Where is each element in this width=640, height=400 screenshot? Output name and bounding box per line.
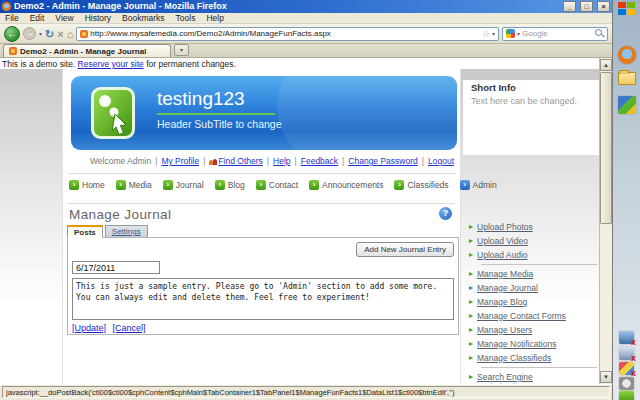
arrow-icon: ▸ bbox=[469, 283, 473, 293]
forward-button[interactable]: → bbox=[23, 27, 36, 40]
desktop-shortcut-icon[interactable]: x bbox=[619, 347, 634, 360]
windows-logo-yellow bbox=[627, 9, 635, 15]
welcome-bar: Welcome Admin | My Profile | Find Others… bbox=[90, 156, 454, 166]
menu-view[interactable]: View bbox=[55, 13, 73, 23]
menu-help[interactable]: Help bbox=[206, 13, 223, 23]
page-title: Manage Journal bbox=[69, 207, 171, 222]
arrow-icon: ▸ bbox=[469, 250, 473, 260]
sidebar-link-upload-audio[interactable]: ▸Upload Audio bbox=[469, 248, 597, 262]
site-header-banner: testing123 Header SubTitle to change bbox=[71, 76, 457, 150]
add-new-journal-entry-button[interactable]: Add New Journal Entry bbox=[356, 242, 454, 257]
nav-item-blog[interactable]: ›Blog bbox=[215, 180, 245, 190]
entry-actions: [Update] [Cancel] bbox=[72, 323, 150, 333]
demo-notice-prefix: This is a demo site. bbox=[2, 59, 75, 69]
nav-item-media[interactable]: ›Media bbox=[116, 180, 152, 190]
cancel-link[interactable]: [Cancel] bbox=[113, 323, 146, 333]
desktop-shortcut-icon[interactable]: x bbox=[619, 331, 634, 344]
bookmark-star-icon[interactable]: ☆ bbox=[482, 28, 490, 40]
sidebar-link-manage-users[interactable]: ▸Manage Users bbox=[469, 323, 597, 337]
my-profile-link[interactable]: My Profile bbox=[161, 156, 199, 166]
sidebar-link-label: Manage Notifications bbox=[477, 339, 556, 349]
tab-posts[interactable]: Posts bbox=[67, 225, 103, 238]
media-desktop-icon[interactable] bbox=[618, 96, 636, 114]
url-dropdown-icon[interactable]: ▾ bbox=[492, 30, 495, 37]
help-link[interactable]: Help bbox=[273, 156, 290, 166]
minimize-button[interactable]: _ bbox=[563, 1, 576, 12]
browser-tab[interactable]: Demo2 - Admin - Manage Journal bbox=[3, 44, 171, 57]
restore-button[interactable]: □ bbox=[580, 1, 593, 12]
title-bar: Demo2 - Admin - Manage Journal - Mozilla… bbox=[0, 0, 612, 13]
page-viewport: This is a demo site. Reserve your site f… bbox=[0, 58, 612, 384]
scrollbar-thumb[interactable] bbox=[600, 72, 612, 224]
welcome-label: Welcome Admin bbox=[90, 156, 151, 166]
menu-edit[interactable]: Edit bbox=[30, 13, 45, 23]
search-bar[interactable]: ▾ bbox=[502, 27, 608, 41]
sidebar-link-manage-notifications[interactable]: ▸Manage Notifications bbox=[469, 337, 597, 351]
divider bbox=[481, 367, 597, 368]
sidebar-link-upload-photos[interactable]: ▸Upload Photos bbox=[469, 220, 597, 234]
sidebar-link-manage-blog[interactable]: ▸Manage Blog bbox=[469, 295, 597, 309]
tab-title: Demo2 - Admin - Manage Journal bbox=[20, 47, 146, 56]
desktop-strip: x x x bbox=[613, 0, 640, 400]
divider bbox=[68, 203, 455, 204]
vertical-scrollbar[interactable]: ▲ ▼ bbox=[599, 58, 612, 384]
sidebar-link-seo[interactable]: ▸Search Engine Optimization bbox=[469, 370, 561, 384]
menu-file[interactable]: File bbox=[5, 13, 19, 23]
close-button[interactable]: × bbox=[597, 1, 610, 12]
short-info-box: Short Info Text here can be changed. bbox=[463, 80, 600, 155]
menu-history[interactable]: History bbox=[85, 13, 111, 23]
green-desktop-icon[interactable] bbox=[619, 391, 634, 400]
reserve-site-link[interactable]: Reserve your site bbox=[78, 59, 144, 69]
back-button[interactable]: ← bbox=[4, 26, 20, 42]
nav-arrow-icon: › bbox=[69, 180, 79, 190]
entry-date-field[interactable] bbox=[72, 261, 160, 274]
reload-button[interactable]: ↻ bbox=[45, 26, 54, 42]
sidebar-link-label: Manage Users bbox=[477, 325, 532, 335]
short-info-text: Text here can be changed. bbox=[471, 96, 577, 106]
arrow-icon: ▸ bbox=[469, 269, 473, 279]
arrow-icon: ▸ bbox=[469, 236, 473, 246]
url-input[interactable] bbox=[90, 28, 480, 39]
nav-arrow-icon: › bbox=[309, 180, 319, 190]
history-dropdown-icon[interactable]: ▾ bbox=[39, 30, 42, 37]
scroll-down-button[interactable]: ▼ bbox=[600, 371, 612, 383]
stop-button[interactable]: × bbox=[57, 26, 63, 42]
sidebar-link-manage-contact-forms[interactable]: ▸Manage Contact Forms bbox=[469, 309, 597, 323]
sidebar-link-upload-video[interactable]: ▸Upload Video bbox=[469, 234, 597, 248]
nav-label: Contact bbox=[269, 180, 298, 190]
firefox-desktop-icon[interactable] bbox=[618, 46, 636, 64]
feedback-link[interactable]: Feedback bbox=[301, 156, 338, 166]
red-x-badge: x bbox=[631, 338, 636, 346]
nav-item-classifieds[interactable]: ›Classifieds bbox=[394, 180, 448, 190]
nav-item-contact[interactable]: ›Contact bbox=[256, 180, 298, 190]
change-password-link[interactable]: Change Password bbox=[348, 156, 417, 166]
home-button[interactable]: ⌂ bbox=[67, 26, 74, 42]
menu-tools[interactable]: Tools bbox=[176, 13, 196, 23]
separator: | bbox=[295, 156, 297, 166]
sidebar-link-manage-media[interactable]: ▸Manage Media bbox=[469, 267, 597, 281]
separator: | bbox=[203, 156, 205, 166]
nav-item-home[interactable]: ›Home bbox=[69, 180, 105, 190]
windows-logo-icon[interactable] bbox=[618, 2, 635, 16]
search-icon[interactable] bbox=[595, 29, 604, 38]
menu-bookmarks[interactable]: Bookmarks bbox=[122, 13, 165, 23]
search-engine-dropdown-icon[interactable]: ▾ bbox=[517, 30, 520, 37]
tab-list-button[interactable]: ▾ bbox=[174, 44, 189, 56]
entry-text-area[interactable]: This is just a sample entry. Please go t… bbox=[72, 278, 454, 320]
scroll-up-button[interactable]: ▲ bbox=[600, 59, 612, 71]
sidebar-link-manage-classifieds[interactable]: ▸Manage Classifieds bbox=[469, 351, 597, 365]
help-icon[interactable]: ? bbox=[439, 207, 452, 220]
folder-desktop-icon[interactable] bbox=[618, 72, 636, 85]
nav-item-journal[interactable]: ›Journal bbox=[163, 180, 204, 190]
nav-item-announcements[interactable]: ›Announcements bbox=[309, 180, 383, 190]
update-link[interactable]: [Update] bbox=[72, 323, 106, 333]
find-others-link[interactable]: Find Others bbox=[209, 156, 262, 166]
desktop-shortcut-icon[interactable]: x bbox=[619, 362, 634, 375]
gear-desktop-icon[interactable] bbox=[619, 377, 634, 390]
sidebar-link-manage-journal[interactable]: ▸Manage Journal bbox=[469, 281, 597, 295]
search-input[interactable] bbox=[522, 28, 593, 39]
nav-arrow-icon: › bbox=[256, 180, 266, 190]
url-bar[interactable]: ☆ ▾ bbox=[76, 27, 499, 41]
separator: | bbox=[155, 156, 157, 166]
logout-link[interactable]: Logout bbox=[428, 156, 454, 166]
